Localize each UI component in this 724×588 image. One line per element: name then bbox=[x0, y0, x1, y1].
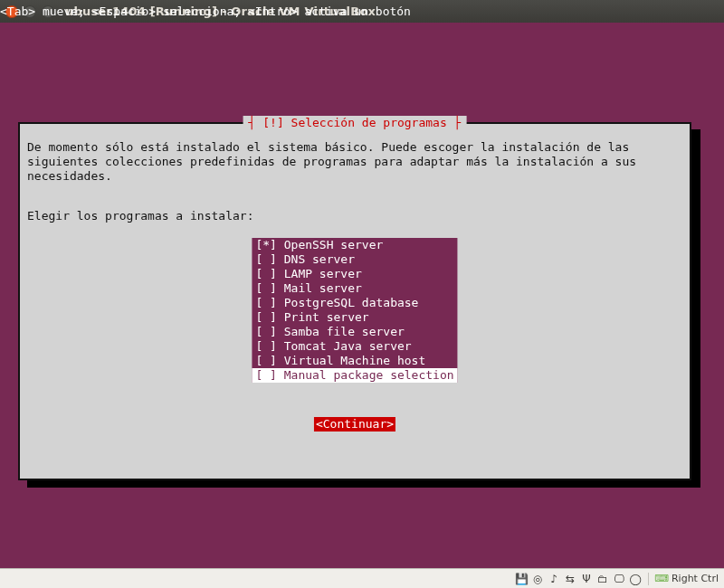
harddisk-icon[interactable]: 💾 bbox=[514, 572, 529, 586]
status-icons: 💾 ◎ ♪ ⇆ Ψ 🗀 🖵 ◯ bbox=[514, 572, 643, 586]
dialog-title: ┤ [!] Selección de programas ├ bbox=[243, 116, 467, 130]
network-icon[interactable]: ⇆ bbox=[563, 572, 577, 586]
keyboard-icon: ⌨ bbox=[654, 573, 669, 584]
package-option[interactable]: [ ] Print server bbox=[252, 310, 457, 325]
package-option[interactable]: [ ] PostgreSQL database bbox=[252, 296, 457, 310]
status-separator bbox=[648, 573, 649, 585]
package-option[interactable]: [ ] Virtual Machine host bbox=[252, 354, 457, 368]
package-option[interactable]: [ ] Manual package selection bbox=[252, 368, 457, 383]
package-option[interactable]: [ ] LAMP server bbox=[252, 267, 457, 281]
vbox-statusbar: 💾 ◎ ♪ ⇆ Ψ 🗀 🖵 ◯ ⌨ Right Ctrl bbox=[0, 568, 724, 588]
hostkey-indicator[interactable]: ⌨ Right Ctrl bbox=[654, 573, 719, 584]
key-hint: <Tab> mueve; <Espacio> selecciona; <Intr… bbox=[0, 5, 411, 19]
vm-display: ┤ [!] Selección de programas ├ De moment… bbox=[0, 23, 724, 568]
package-option[interactable]: [ ] Mail server bbox=[252, 281, 457, 296]
package-list[interactable]: [*] OpenSSH server [ ] DNS server [ ] LA… bbox=[252, 238, 457, 383]
tasksel-dialog: ┤ [!] Selección de programas ├ De moment… bbox=[18, 122, 691, 480]
recording-icon[interactable]: ◯ bbox=[628, 572, 643, 586]
package-option[interactable]: [ ] Tomcat Java server bbox=[252, 339, 457, 354]
package-option[interactable]: [ ] DNS server bbox=[252, 252, 457, 267]
package-option[interactable]: [ ] Samba file server bbox=[252, 325, 457, 339]
audio-icon[interactable]: ♪ bbox=[547, 572, 561, 586]
hostkey-label: Right Ctrl bbox=[672, 573, 719, 584]
cd-icon[interactable]: ◎ bbox=[530, 572, 545, 586]
dialog-message: De momento sólo está instalado el sistem… bbox=[27, 140, 682, 184]
usb-icon[interactable]: Ψ bbox=[579, 572, 594, 586]
continue-button[interactable]: <Continuar> bbox=[314, 417, 395, 432]
display-icon[interactable]: 🖵 bbox=[612, 572, 626, 586]
package-option[interactable]: [*] OpenSSH server bbox=[252, 238, 457, 252]
shared-folder-icon[interactable]: 🗀 bbox=[595, 572, 610, 586]
dialog-prompt: Elegir los programas a instalar: bbox=[27, 209, 253, 223]
